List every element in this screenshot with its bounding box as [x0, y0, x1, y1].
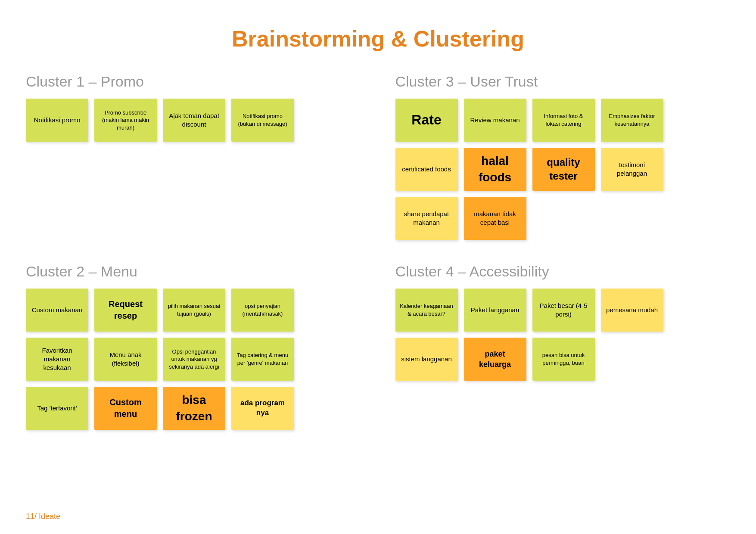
clusters-container: Cluster 1 – Promo Notifikasi promo Promo… [26, 73, 730, 436]
note: ada program nya [231, 387, 294, 430]
cluster4-row2: sistem langganan paket keluarga pesan bi… [395, 338, 731, 381]
cluster1: Cluster 1 – Promo Notifikasi promo Promo… [26, 73, 361, 246]
note: Tag catering & menu per 'genre' makanan [231, 338, 294, 381]
cluster3-title: Cluster 3 – User Trust [395, 73, 731, 90]
note: Promo subscribe (makin lama makin murah) [94, 99, 157, 142]
note: Paket besar (4-5 porsi) [532, 289, 595, 332]
note: paket keluarga [464, 338, 526, 381]
page-title: Brainstorming & Clustering [26, 26, 730, 52]
note: Tag 'terfavorit' [26, 387, 88, 430]
note: Custom menu [94, 387, 157, 430]
cluster2-row1: Custom makanan Request resep pilih makan… [26, 289, 361, 332]
cluster4-title: Cluster 4 – Accessibility [395, 263, 731, 280]
note: Favoritkan makanan kesukaan [26, 338, 88, 381]
note: bisa frozen [163, 387, 225, 430]
note: Custom makanan [26, 289, 88, 332]
note: Informasi foto & lokasi catering [532, 99, 595, 142]
note: certificated foods [395, 148, 458, 191]
cluster3: Cluster 3 – User Trust Rate Review makan… [395, 73, 731, 246]
note: Paket langganan [464, 289, 526, 332]
footer-label: 11/ Ideate [26, 512, 60, 521]
cluster3-row1: Rate Review makanan Informasi foto & lok… [395, 99, 731, 142]
note: Review makanan [464, 99, 526, 142]
note: Emphasizes faktor kesehatannya [601, 99, 663, 142]
cluster2-row3: Tag 'terfavorit' Custom menu bisa frozen… [26, 387, 361, 430]
cluster4-row1: Kalender keagamaan & acara besar? Paket … [395, 289, 731, 332]
note: testimoni pelanggan [601, 148, 663, 191]
note: Rate [395, 99, 458, 142]
note: makanan tidak cepat basi [464, 197, 526, 240]
note: Opsi penggantian untuk makanan yg sekira… [163, 338, 225, 381]
note: Notifikasi promo [26, 99, 88, 142]
note: halal foods [464, 148, 526, 191]
cluster2-row2: Favoritkan makanan kesukaan Menu anak (f… [26, 338, 361, 381]
note: Notifikasi promo (bukan di message) [231, 99, 294, 142]
note: pilih makanan sesuai tujuan (goals) [163, 289, 225, 332]
cluster2-title: Cluster 2 – Menu [26, 263, 361, 280]
note: quality tester [532, 148, 595, 191]
note: Kalender keagamaan & acara besar? [395, 289, 458, 332]
note: share pendapat makanan [395, 197, 458, 240]
cluster2: Cluster 2 – Menu Custom makanan Request … [26, 263, 361, 436]
note: pemesana mudah [601, 289, 663, 332]
cluster4: Cluster 4 – Accessibility Kalender keaga… [395, 263, 731, 436]
cluster1-notes: Notifikasi promo Promo subscribe (makin … [26, 99, 361, 142]
note: Menu anak (fleksibel) [94, 338, 157, 381]
note: Ajak teman dapat discount [163, 99, 225, 142]
cluster3-row3: share pendapat makanan makanan tidak cep… [395, 197, 731, 240]
note: opsi penyajian (mentah/masak) [231, 289, 294, 332]
cluster3-row2: certificated foods halal foods quality t… [395, 148, 731, 191]
note: Request resep [94, 289, 157, 332]
cluster1-title: Cluster 1 – Promo [26, 73, 361, 90]
note: pesan bisa untuk perminggu, buan [532, 338, 595, 381]
note: sistem langganan [395, 338, 458, 381]
